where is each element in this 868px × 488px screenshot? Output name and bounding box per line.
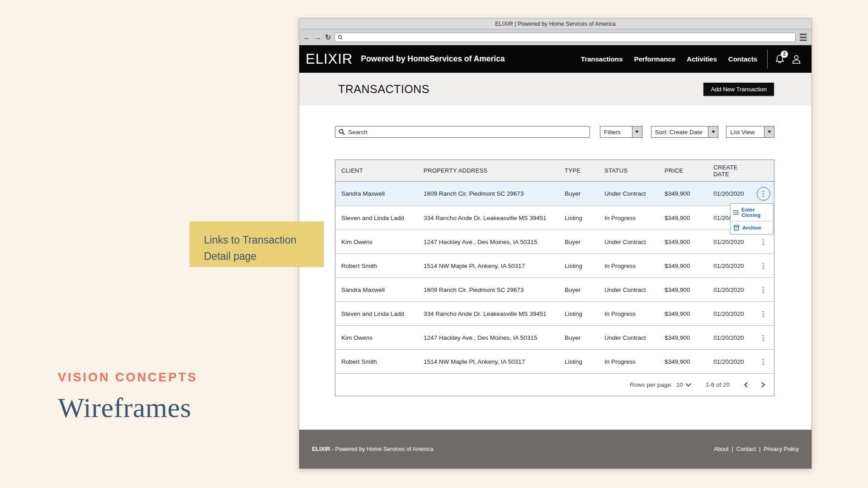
profile-button[interactable] [791,54,802,65]
view-dropdown[interactable]: List View [726,126,774,138]
kebab-icon: ⋮ [760,286,767,293]
browser-titlebar: ELIXIR | Powered by Home Services of Ame… [299,19,811,29]
column-header-property-address: PROPERTY ADDRESS [418,167,559,174]
enter-closing-label: Enter Closing [741,207,770,218]
column-header-client: CLIENT [335,167,418,174]
cell-status: Under Contract [599,334,659,341]
browser-title-text: ELIXIR | Powered by Home Services of Ame… [495,21,616,27]
previous-page-button[interactable] [744,382,750,388]
row-actions-cell: ⋮ [753,355,774,368]
address-bar[interactable] [335,33,796,42]
address-search-icon [338,35,343,40]
browser-menu-icon[interactable]: ☰ [799,33,807,42]
footer-link-about[interactable]: About [714,446,729,452]
cell-property-address: 1247 Hackley Ave., Des Moines, IA 50315 [418,334,559,341]
search-input[interactable] [335,126,590,138]
page-title: TRANSACTIONS [338,83,429,96]
cell-property-address: 334 Rancho Ande Dr. Leakeasville MS 3945… [418,310,559,317]
cell-client: Steven and Linda Ladd [335,310,418,317]
footer-link-privacy-policy[interactable]: Privacy Policy [764,446,799,452]
cell-type: Listing [559,358,599,365]
kebab-icon: ⋮ [760,334,767,341]
column-header-status: STATUS [599,167,659,174]
table-row[interactable]: Kim Owens 1247 Hackley Ave., Des Moines,… [335,230,774,253]
row-actions-cell: ⋮ [753,331,774,344]
next-page-button[interactable] [759,382,765,388]
table-row[interactable]: Steven and Linda Ladd 334 Rancho Ande Dr… [335,301,774,325]
archive-label: Archive [742,225,761,230]
rows-per-page-select[interactable]: 10 [676,381,689,388]
cell-type: Buyer [559,190,599,197]
cell-client: Sandra Maxwell [335,286,418,293]
nav-item-transactions[interactable]: Transactions [581,55,623,63]
filters-dropdown-label: Filters [600,127,632,137]
filters-dropdown[interactable]: Filters [600,126,642,138]
slide-title: Wireframes [58,392,198,424]
row-actions-cell: ⋮ [753,283,774,296]
back-icon[interactable]: ← [303,34,311,41]
table-row[interactable]: Sandra Maxwell 1609 Ranch Cir. Piedmont … [335,277,774,301]
row-menu-button[interactable]: ⋮ [757,235,770,249]
footer-separator: | [759,446,760,452]
row-actions-cell: ⋮ [753,187,774,201]
column-header-create-date: CREATE DATE [708,164,753,178]
row-actions-cell: ⋮ [753,235,774,249]
row-menu-button[interactable]: ⋮ [757,187,770,201]
row-menu-button[interactable]: ⋮ [757,307,770,320]
row-context-menu: Enter Closing Archive [730,203,774,235]
cell-property-address: 1514 NW Maple Pl, Ankeny, IA 50317 [418,358,559,365]
cell-client: Steven and Linda Ladd [335,215,418,221]
refresh-icon[interactable]: ↻ [325,34,331,41]
row-menu-button[interactable]: ⋮ [757,331,770,344]
forward-icon[interactable]: → [314,34,321,41]
pagination-bar: Rows per page: 10 1-8 of 20 [335,373,774,396]
sort-dropdown[interactable]: Sort: Create Date [651,126,719,138]
browser-toolbar: ← → ↻ ☰ [299,29,811,45]
archive-menu-item[interactable]: Archive [731,221,773,234]
cell-type: Listing [559,310,599,317]
row-actions-cell: ⋮ [753,259,774,272]
row-menu-button[interactable]: ⋮ [757,259,770,272]
cell-property-address: 334 Rancho Ande Dr. Leakeasville MS 3945… [418,215,559,221]
cell-type: Listing [559,215,599,221]
cell-create-date: 01/20/2020 [708,190,753,197]
footer-separator: | [732,446,733,452]
add-new-transaction-button[interactable]: Add New Transaction [703,83,774,96]
cell-property-address: 1609 Ranch Cir. Piedmont SC 29673 [418,190,559,197]
notification-badge: 2 [781,51,788,58]
table-row[interactable]: Sandra Maxwell 1609 Ranch Cir. Piedmont … [335,182,774,206]
table-row[interactable]: Kim Owens 1247 Hackley Ave., Des Moines,… [335,325,774,349]
row-menu-button[interactable]: ⋮ [757,283,770,296]
cell-type: Buyer [559,286,599,293]
table-row[interactable]: Robert Smith 1514 NW Maple Pl, Ankeny, I… [335,349,774,373]
cell-status: In Progress [599,358,659,365]
cell-price: $349,900 [659,239,708,245]
footer-link-contact[interactable]: Contact [736,446,756,452]
notifications-button[interactable]: 2 [775,54,785,65]
cell-price: $349,900 [659,263,708,269]
cell-client: Kim Owens [335,239,418,245]
nav-item-performance[interactable]: Performance [634,55,675,63]
calendar-plus-icon [733,209,739,216]
enter-closing-menu-item[interactable]: Enter Closing [731,204,773,221]
kebab-icon: ⋮ [760,190,767,197]
app-footer: ELIXIR - Powered by Home Services of Ame… [299,430,811,469]
kebab-icon: ⋮ [760,263,767,269]
row-menu-button[interactable]: ⋮ [757,355,770,368]
browser-window: ELIXIR | Powered by Home Services of Ame… [299,18,812,469]
cell-property-address: 1514 NW Maple Pl, Ankeny, IA 50317 [418,263,559,269]
app-logo: ELIXIR [306,51,353,67]
cell-create-date: 01/20/2020 [708,310,753,317]
nav-item-activities[interactable]: Activities [687,55,717,63]
slide-caption: VISION CONCEPTS Wireframes [58,371,198,424]
nav-links: Transactions Performance Activities Cont… [581,55,757,63]
cell-create-date: 01/20/2020 [708,334,753,341]
filter-row: Filters Sort: Create Date List View [335,126,774,138]
cell-price: $349,900 [659,215,708,221]
table-row[interactable]: Steven and Linda Ladd 334 Rancho Ande Dr… [335,206,774,230]
transactions-table: CLIENT PROPERTY ADDRESS TYPE STATUS PRIC… [335,160,774,396]
cell-create-date: 01/20/2020 [708,263,753,269]
nav-item-contacts[interactable]: Contacts [728,55,757,63]
table-row[interactable]: Robert Smith 1514 NW Maple Pl, Ankeny, I… [335,253,774,277]
kebab-icon: ⋮ [760,310,767,317]
